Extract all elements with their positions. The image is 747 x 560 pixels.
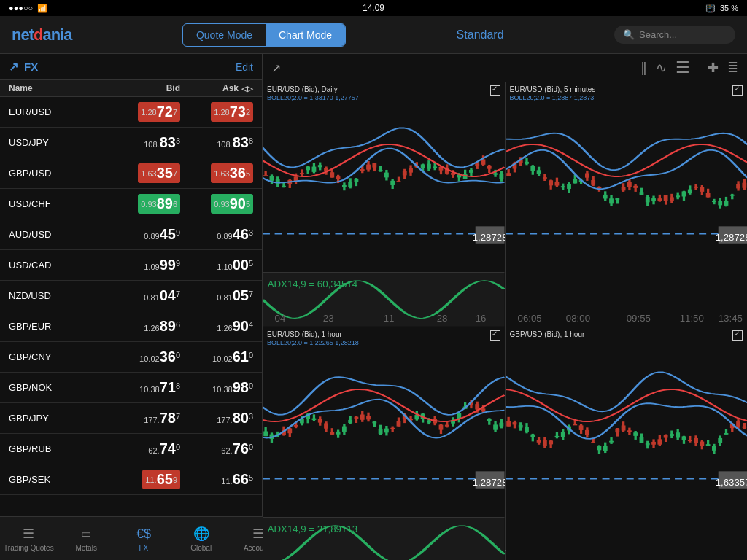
chart-cell-c4[interactable]: GBP/USD (Bid), 1 hour 1,63357 13 10 <box>506 327 748 561</box>
svg-rect-313 <box>633 432 638 436</box>
svg-rect-252 <box>481 408 486 411</box>
expand-arrow-icon: ↗ <box>9 60 18 74</box>
tab-item-global[interactable]: 🌐 Global <box>172 522 230 555</box>
svg-text:11: 11 <box>384 313 395 324</box>
svg-rect-71 <box>475 163 479 166</box>
fx-pair-row[interactable]: GBP/SEK 11.659 11.665 <box>0 464 262 495</box>
main-content: ↗ FX Edit Name Bid Ask ◁▷ EUR/USD 1.2872… <box>0 54 747 516</box>
svg-rect-31 <box>355 179 359 182</box>
svg-rect-43 <box>390 181 395 185</box>
ask-cell: 10.02610 <box>180 349 253 365</box>
svg-rect-55 <box>427 164 431 169</box>
fx-pair-row[interactable]: GBP/JPY 177.787 177.803 <box>0 403 262 434</box>
ask-value: 11.665 <box>221 475 253 486</box>
fx-icon-wrapper: €$ <box>136 525 151 542</box>
chart-svg: 1,28728 06:05 08:00 09:55 11:50 13:45 <box>506 82 748 327</box>
svg-rect-5 <box>276 179 280 184</box>
tab-item-metals[interactable]: ▭ Metals <box>58 522 115 555</box>
search-box: 🔍 <box>614 26 735 44</box>
pin-icon[interactable]: ✚ <box>708 60 719 76</box>
ask-value: 0.89463 <box>217 230 253 241</box>
fx-pair-row[interactable]: GBP/USD 1.63357 1.63365 <box>0 158 262 189</box>
tab-item-fx[interactable]: €$ FX <box>115 522 173 555</box>
chart-cell-c1[interactable]: EUR/USD (Bid), Daily BOLL20;2.0 = 1,3317… <box>263 82 505 327</box>
ask-badge: 0.93905 <box>211 194 253 214</box>
svg-rect-256 <box>493 424 498 429</box>
pair-name: GBP/EUR <box>9 321 107 332</box>
svg-rect-303 <box>603 446 607 451</box>
svg-text:13:45: 13:45 <box>718 313 742 324</box>
tab-item-trading-quotes[interactable]: ☰ Trading Quotes <box>0 522 58 555</box>
svg-rect-307 <box>615 428 619 432</box>
pair-name: AUD/USD <box>9 229 107 240</box>
svg-rect-170 <box>742 183 746 188</box>
svg-rect-152 <box>687 190 692 194</box>
svg-rect-142 <box>657 198 662 201</box>
pair-name: GBP/USD <box>9 168 107 179</box>
svg-rect-37 <box>372 163 376 168</box>
bluetooth-icon: 📳 <box>705 4 716 13</box>
search-icon: 🔍 <box>623 29 635 40</box>
global-icon-wrapper: 🌐 <box>193 525 209 542</box>
fx-pair-row[interactable]: USD/CHF 0.93896 0.93905 <box>0 189 262 219</box>
grid-icon[interactable]: ≣ <box>727 60 738 76</box>
edit-button[interactable]: Edit <box>236 61 253 73</box>
bid-cell: 1.63357 <box>107 163 180 183</box>
fx-pair-row[interactable]: GBP/CNY 10.02360 10.02610 <box>0 342 262 373</box>
ask-cell: 0.89463 <box>180 226 253 243</box>
svg-rect-224 <box>397 421 401 426</box>
svg-rect-49 <box>409 168 413 173</box>
svg-rect-112 <box>567 184 571 189</box>
fx-pair-row[interactable]: GBP/NOK 10.38718 10.38980 <box>0 373 262 403</box>
search-input[interactable] <box>639 29 727 40</box>
svg-rect-128 <box>615 198 619 200</box>
trading-quotes-icon: ☰ <box>23 526 34 542</box>
fx-pair-row[interactable]: GBP/EUR 1.26896 1.26904 <box>0 311 262 342</box>
chart-title-area: EUR/USD (Bid), Daily BOLL20;2.0 = 1,3317… <box>267 85 500 101</box>
svg-rect-164 <box>724 201 728 206</box>
svg-rect-108 <box>554 182 559 186</box>
svg-rect-92 <box>506 173 511 176</box>
svg-rect-339 <box>712 446 716 451</box>
bar-chart-icon[interactable]: ☰ <box>676 58 690 77</box>
quote-mode-button[interactable]: Quote Mode <box>183 24 266 46</box>
chart-title: EUR/USD (Bid), 5 minutes <box>510 85 596 93</box>
svg-rect-77 <box>493 173 498 174</box>
bid-cell: 108.833 <box>107 134 180 151</box>
svg-text:10: 10 <box>565 557 576 560</box>
ask-badge: 1.28732 <box>211 102 253 122</box>
svg-rect-7 <box>282 186 286 187</box>
candlestick-icon[interactable]: ‖ <box>640 60 647 76</box>
line-chart-icon[interactable]: ∿ <box>656 60 667 76</box>
bid-cell: 10.02360 <box>107 349 180 365</box>
fx-pair-row[interactable]: GBP/RUB 62.740 62.760 <box>0 434 262 464</box>
fx-pair-row[interactable]: USD/CAD 1.09999 1.10005 <box>0 250 262 281</box>
bid-badge: 11.659 <box>142 470 180 489</box>
chart-cell-c2[interactable]: EUR/USD (Bid), 5 minutes BOLL20;2.0 = 1,… <box>506 82 748 327</box>
svg-rect-130 <box>621 187 625 191</box>
ask-cell: 108.838 <box>180 134 253 151</box>
ask-value: 0.81057 <box>217 292 253 303</box>
svg-rect-162 <box>718 201 722 205</box>
fx-pair-row[interactable]: AUD/USD 0.89459 0.89463 <box>0 219 262 250</box>
svg-rect-254 <box>487 419 492 421</box>
fullscreen-icon[interactable]: ↗ <box>271 61 281 75</box>
svg-rect-341 <box>718 438 722 442</box>
pair-name: GBP/SEK <box>9 474 107 485</box>
svg-rect-102 <box>536 170 541 174</box>
fx-pair-row[interactable]: EUR/USD 1.28727 1.28732 <box>0 97 262 128</box>
ask-value: 1.10005 <box>217 261 253 272</box>
fx-pair-row[interactable]: NZD/USD 0.81047 0.81057 <box>0 281 262 311</box>
chart-cell-c3[interactable]: EUR/USD (Bid), 1 hour BOLL20;2.0 = 1,222… <box>263 327 505 561</box>
fx-pair-row[interactable]: USD/JPY 108.833 108.838 <box>0 128 262 158</box>
svg-rect-69 <box>469 170 473 173</box>
pair-name: USD/JPY <box>9 137 107 148</box>
svg-rect-100 <box>530 166 535 171</box>
svg-rect-216 <box>372 421 376 423</box>
boll-label: BOLL20;2.0 = 1,2887 1,2873 <box>510 94 595 101</box>
chart-title-area: GBP/USD (Bid), 1 hour <box>510 330 743 338</box>
bid-cell: 1.09999 <box>107 257 180 273</box>
svg-rect-190 <box>294 424 298 426</box>
svg-rect-333 <box>694 438 698 443</box>
chart-mode-button[interactable]: Chart Mode <box>266 24 345 46</box>
